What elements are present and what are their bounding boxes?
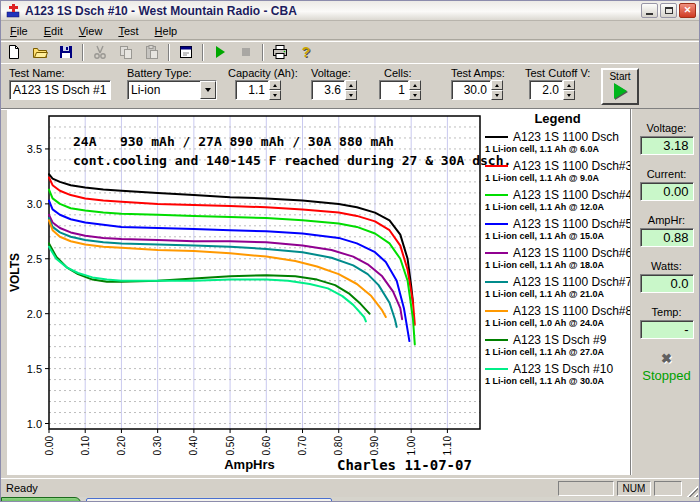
svg-text:3.5: 3.5 — [27, 143, 42, 155]
properties-icon — [178, 44, 194, 60]
voltage-down-button[interactable] — [345, 90, 357, 100]
capacity-down-button[interactable] — [269, 90, 281, 100]
window-title: A123 1S Dsch #10 - West Mountain Radio -… — [25, 4, 641, 18]
legend-line-sample — [485, 252, 508, 254]
menu-file[interactable]: File — [2, 23, 36, 39]
spin-up-icon — [495, 84, 499, 87]
svg-text:2.0: 2.0 — [27, 308, 42, 320]
legend-entry: A123 1S 1100 Dsch#51 Li-ion cell, 1.1 Ah… — [485, 216, 630, 243]
start-test-button[interactable] — [208, 42, 232, 63]
legend-series-detail: 1 Li-ion cell, 1.1 Ah @ 12.0A — [485, 202, 630, 214]
test-name-group: Test Name: A123 1S Dsch #1 — [9, 67, 111, 100]
svg-text:1.00: 1.00 — [406, 436, 417, 456]
battery-type-group: Battery Type: Li-ion — [127, 67, 217, 100]
voltage-up-button[interactable] — [345, 80, 357, 90]
legend-line-sample — [485, 165, 508, 167]
battery-type-select[interactable]: Li-ion — [127, 80, 217, 100]
spin-up-icon — [567, 84, 571, 87]
start-menu-button[interactable] — [1, 497, 81, 502]
save-button[interactable] — [54, 42, 78, 63]
voltage-stepper[interactable]: 3.6 — [311, 80, 357, 100]
svg-text:0.60: 0.60 — [261, 436, 272, 456]
svg-text:VOLTS: VOLTS — [8, 253, 22, 292]
test-parameters-bar: Test Name: A123 1S Dsch #1 Battery Type:… — [1, 64, 699, 109]
legend-entries: A123 1S 1100 Dsch1 Li-ion cell, 1.1 Ah @… — [485, 129, 630, 388]
test-cutoff-up-button[interactable] — [563, 80, 575, 90]
current-readout-value: 0.00 — [640, 182, 694, 201]
test-amps-up-button[interactable] — [491, 80, 503, 90]
svg-text:0.40: 0.40 — [188, 436, 199, 456]
legend-series-name: A123 1S 1100 Dsch#4 — [513, 188, 632, 202]
open-button[interactable] — [28, 42, 52, 63]
copy-button — [114, 42, 138, 63]
capacity-up-button[interactable] — [269, 80, 281, 90]
legend-series-detail: 1 Li-ion cell, 1.1 Ah @ 15.0A — [485, 231, 630, 243]
spin-up-icon — [273, 84, 277, 87]
legend-series-name: A123 1S 1100 Dsch#6 — [513, 246, 632, 260]
svg-text:24A 930 mAh / 27A 890 mAh /: 24A 930 mAh / 27A 890 mAh / 30A 880 mAh — [73, 134, 394, 149]
status-pane-blank — [654, 481, 682, 496]
test-amps-stepper[interactable]: 30.0 — [451, 80, 503, 100]
resize-grip[interactable] — [685, 484, 698, 497]
close-button[interactable]: ✕ — [679, 3, 696, 18]
legend-series-name: A123 1S 1100 Dsch#8 — [513, 304, 632, 318]
menu-test[interactable]: Test — [110, 23, 146, 39]
voltage-value: 3.6 — [311, 80, 345, 100]
new-document-button[interactable] — [2, 42, 26, 63]
spin-down-icon — [349, 94, 353, 97]
start-test-icon — [212, 44, 228, 60]
test-cutoff-down-button[interactable] — [563, 90, 575, 100]
cut-button — [88, 42, 112, 63]
chevron-down-icon — [205, 88, 211, 92]
svg-text:0.30: 0.30 — [152, 436, 163, 456]
toolbar-separator — [202, 44, 204, 61]
capacity-group: Capacity (Ah): 1.1 — [228, 67, 280, 100]
legend-line-sample — [485, 223, 508, 225]
chart-legend: Legend A123 1S 1100 Dsch1 Li-ion cell, 1… — [485, 111, 630, 390]
voltage-readout-label: Voltage: — [632, 122, 700, 134]
svg-text:0.70: 0.70 — [297, 436, 308, 456]
help-icon: ? — [302, 44, 311, 60]
start-button-label: Start — [609, 71, 630, 82]
legend-title: Legend — [485, 111, 630, 126]
menu-help[interactable]: Help — [147, 23, 186, 39]
voltage-readout-value: 3.18 — [640, 136, 694, 155]
cells-group: Cells: 1 — [379, 67, 421, 100]
cells-down-button[interactable] — [409, 90, 421, 100]
properties-button[interactable] — [174, 42, 198, 63]
legend-series-detail: 1 Li-ion cell, 1.1 Ah @ 6.0A — [485, 144, 630, 156]
legend-line-sample — [485, 281, 508, 283]
test-name-input[interactable]: A123 1S Dsch #1 — [9, 80, 111, 100]
cells-stepper[interactable]: 1 — [379, 80, 421, 100]
spin-down-icon — [495, 94, 499, 97]
menu-edit[interactable]: Edit — [36, 23, 71, 39]
svg-text:2.5: 2.5 — [27, 253, 42, 265]
num-lock-indicator: NUM — [617, 481, 651, 496]
help-button[interactable]: ? — [294, 42, 318, 63]
test-cutoff-stepper[interactable]: 2.0 — [529, 80, 575, 100]
cells-label: Cells: — [379, 67, 421, 80]
test-amps-down-button[interactable] — [491, 90, 503, 100]
start-button[interactable]: Start — [601, 68, 639, 105]
readout-panel: Voltage: 3.18 Current: 0.00 AmpHr: 0.88 … — [631, 109, 700, 475]
menu-view[interactable]: View — [71, 23, 111, 39]
app-window: A123 1S Dsch #10 - West Mountain Radio -… — [0, 0, 700, 502]
battery-type-dropdown-button[interactable] — [200, 81, 216, 99]
title-bar: A123 1S Dsch #10 - West Mountain Radio -… — [1, 1, 699, 21]
cells-up-button[interactable] — [409, 80, 421, 90]
capacity-stepper[interactable]: 1.1 — [235, 80, 281, 100]
minimize-button[interactable] — [641, 3, 658, 18]
legend-series-name: A123 1S Dsch #10 — [513, 362, 613, 376]
print-button[interactable] — [268, 42, 292, 63]
maximize-button[interactable] — [660, 3, 677, 18]
legend-entry: A123 1S Dsch #101 Li-ion cell, 1.1 Ah @ … — [485, 361, 630, 388]
status-pane-blank — [558, 481, 614, 496]
svg-text:1.0: 1.0 — [27, 418, 42, 430]
cells-value: 1 — [379, 80, 409, 100]
test-name-label: Test Name: — [9, 67, 111, 80]
voltage-group: Voltage: 3.6 — [311, 67, 357, 100]
legend-series-name: A123 1S 1100 Dsch — [513, 130, 619, 144]
taskbar-item[interactable] — [86, 498, 332, 502]
svg-text:Charles 11-07-07: Charles 11-07-07 — [337, 457, 472, 473]
save-icon — [58, 44, 74, 60]
